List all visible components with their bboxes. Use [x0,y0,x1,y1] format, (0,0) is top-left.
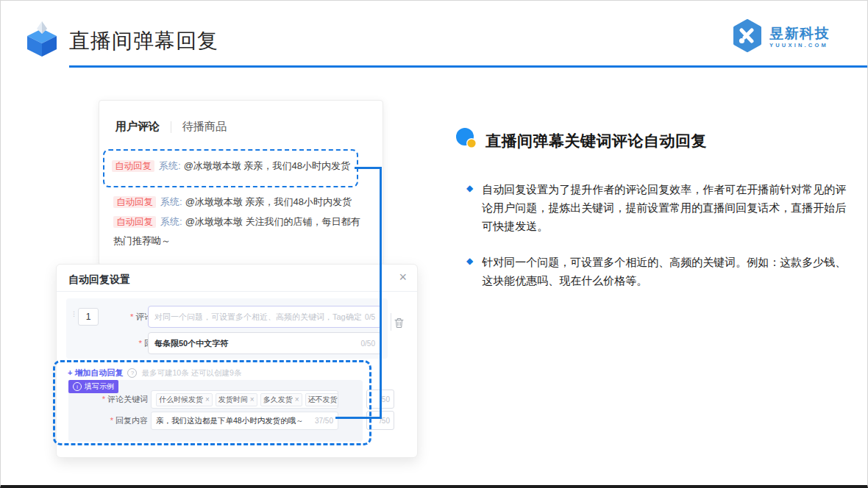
add-auto-reply-row: + 增加自动回复 ? 最多可建10条 还可以创建9条 [68,367,241,378]
example-keyword-input[interactable]: 什么时候发货× 发货时间× 多久发货× 还不发货× 20/50 [151,390,338,409]
auto-reply-message: 自动回复系统:@冰墩墩本墩 关注我们的店铺，每日都有热门推荐呦～ [113,212,362,251]
required-asterisk: * [130,312,133,321]
auto-reply-badge: 自动回复 [113,196,156,208]
bullet-diamond-icon: ◆ [466,183,473,235]
brand-name: 昱新科技 [769,26,830,40]
brand-logo: 昱新科技 YUUXIN.COM [730,19,830,56]
tag-remove-icon[interactable]: × [295,395,299,403]
example-keyword-label: *评论关键词 [76,394,148,405]
example-reply-counter: 37/50 [315,417,333,425]
connector-line [380,167,382,419]
tag-remove-icon[interactable]: × [250,395,255,403]
bullet-text: 自动回复设置为了提升作者的评论回复效率，作者可在开播前针对常见的评论用户问题，提… [482,180,847,235]
rule-index-box[interactable]: 1 [78,308,99,326]
tab-user-comments[interactable]: 用户评论 [115,120,160,134]
comment-bubble-icon [455,127,478,154]
info-bullet: ◆ 自动回复设置为了提升作者的评论回复效率，作者可在开播前针对常见的评论用户问题… [466,180,847,235]
modal-divider [57,291,417,292]
keyword-counter: 0/5 [365,313,375,321]
section-divider [391,313,391,331]
app-cube-icon [23,20,61,61]
comments-panel: 用户评论 待播商品 自动回复系统:@冰墩墩本墩 亲亲，我们48小时内发货 自动回… [99,100,383,266]
reply-rule-section: ⋮⋮ 1 *评论关键词 0/5 *回复内容 0/50 [66,298,388,359]
reply-counter: 0/50 [361,340,375,348]
keyword-tag: 发货时间× [216,393,257,406]
auto-reply-message: 自动回复系统:@冰墩墩本墩 亲亲，我们48小时内发货 [112,157,350,176]
example-reply-input[interactable] [156,417,309,426]
tag-remove-icon[interactable]: × [205,395,210,403]
add-auto-reply-hint: 最多可建10条 还可以创建9条 [141,368,241,378]
required-asterisk: * [102,395,105,403]
highlighted-message-box: 自动回复系统:@冰墩墩本墩 亲亲，我们48小时内发货 [103,149,358,187]
info-bullet: ◆ 针对同一个问题，可设置多个相近的、高频的关键词。例如：这款多少钱、这块能优惠… [466,253,847,290]
message-text: @冰墩墩本墩 亲亲，我们48小时内发货 [185,196,352,207]
page-title: 直播间弹幕回复 [69,27,218,55]
example-reply-label: *回复内容 [76,415,148,426]
keyword-tag: 什么时候发货× [156,393,213,406]
info-heading: 直播间弹幕关键词评论自动回复 [485,131,707,151]
example-box: i 填写示例 *评论关键词 什么时候发货× 发货时间× 多久发货× 还不发货× … [68,380,363,442]
reply-input[interactable] [154,339,358,348]
example-highlight-box: + 增加自动回复 ? 最多可建10条 还可以创建9条 i 填写示例 *评论关键词… [53,360,371,445]
required-asterisk: * [110,416,113,425]
delete-icon[interactable] [394,317,404,331]
tab-separator [171,121,171,133]
brand-hexagon-icon [730,19,764,56]
keyword-tag: 还不发货× [305,393,338,406]
connector-line [335,417,382,419]
bullet-diamond-icon: ◆ [466,256,473,290]
info-icon: i [73,382,82,391]
modal-title: 自动回复设置 [68,273,130,287]
connector-line [355,167,382,169]
auto-reply-badge: 自动回复 [112,160,154,172]
page: 直播间弹幕回复 昱新科技 YUUXIN.COM 用户评论 待播商品 自动回复系统… [0,0,868,488]
keyword-input-wrapper: 0/5 [148,306,382,328]
required-asterisk: * [139,339,142,348]
keyword-tag: 多久发货× [260,393,302,406]
title-underline [69,65,868,68]
tab-bar: 用户评论 待播商品 [115,120,227,134]
keyword-input[interactable] [154,312,362,321]
auto-reply-message: 自动回复系统:@冰墩墩本墩 亲亲，我们48小时内发货 [113,193,352,212]
example-badge: i 填写示例 [68,380,118,393]
help-icon[interactable]: ? [127,368,137,378]
auto-reply-badge: 自动回复 [113,216,156,228]
bullet-text: 针对同一个问题，可设置多个相近的、高频的关键词。例如：这款多少钱、这块能优惠吗、… [482,253,847,290]
message-sender: 系统: [159,160,181,171]
tab-pending-products[interactable]: 待播商品 [182,120,227,134]
auto-reply-settings-modal: 自动回复设置 × ⋮⋮ 1 *评论关键词 0/5 *回复内容 0/50 [56,264,418,458]
close-icon[interactable]: × [399,270,407,284]
brand-domain: YUUXIN.COM [769,43,830,49]
reply-input-wrapper: 0/50 [148,332,382,354]
example-reply-input-wrapper: 37/50 [151,412,338,430]
message-text: @冰墩墩本墩 亲亲，我们48小时内发货 [184,160,350,171]
add-auto-reply-button[interactable]: + 增加自动回复 [68,367,123,378]
message-sender: 系统: [160,196,182,207]
message-sender: 系统: [160,216,182,227]
